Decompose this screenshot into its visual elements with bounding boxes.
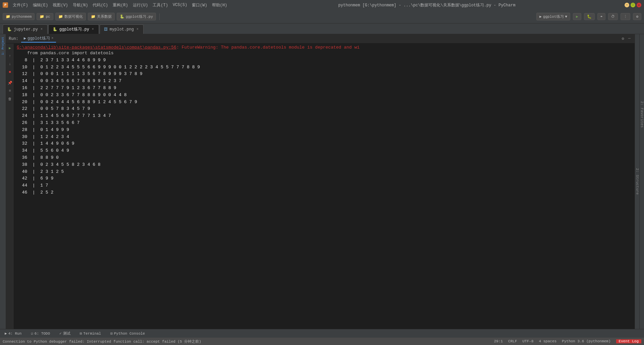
coverage-button[interactable]: ☂	[597, 13, 606, 20]
minimize-button[interactable]: ─	[625, 3, 629, 7]
toolbar: 📁 pythonmem 📁 pc 📁 数据可视化 📁 关系数据 🐍 ggplot…	[0, 10, 644, 23]
tab-ggplot[interactable]: 🐍 ggplot练习.py ×	[48, 24, 99, 34]
menu-help[interactable]: 帮助(H)	[210, 2, 229, 9]
cursor-position: 29:1	[494, 339, 503, 343]
ggplot-file-btn[interactable]: 🐍 ggplot练习.py	[117, 13, 156, 20]
tab-jupyter-label: jupyter.py	[14, 27, 38, 32]
run-label-text: Run:	[9, 37, 18, 41]
console-data-line: 40 | 2 3 1 2 5	[17, 168, 632, 176]
run-tab-icon: ▶	[5, 331, 7, 336]
py-icon-ggplot: 🐍	[53, 27, 57, 31]
relation-data-btn[interactable]: 📁 关系数据	[88, 13, 115, 20]
menu-view[interactable]: 视图(V)	[51, 2, 70, 9]
separator-1	[159, 13, 160, 20]
stop-button[interactable]: ■	[7, 69, 13, 75]
console-data-line: 34 | 5 5 6 0 4 9	[17, 147, 632, 154]
left-sidebar: 1: Project	[0, 34, 6, 329]
reldata-icon: 📁	[91, 14, 96, 19]
tab-jupyter-close[interactable]: ×	[40, 27, 43, 31]
menu-tools[interactable]: 工具(T)	[151, 2, 170, 9]
clear-button[interactable]: 🗑	[7, 96, 13, 102]
data-vis-btn[interactable]: 📁 数据可视化	[55, 13, 86, 20]
settings-button[interactable]: ⚙	[633, 13, 641, 20]
run-minimize-icon[interactable]: ─	[627, 36, 632, 42]
run-controls: ▶ ↑ ↓ ■ 📌 ≡ 🗑	[6, 44, 14, 329]
scroll-up-button[interactable]: ↑	[7, 53, 13, 59]
project-icon: 📁	[6, 14, 10, 19]
indent-info[interactable]: 4 spaces	[539, 339, 557, 343]
run-config-selector[interactable]: ▶ ggplot练习 ▼	[536, 13, 570, 20]
window-title: pythonmem [G:\pythonmem] - ...\pc\数据可视化\…	[229, 2, 625, 8]
run-config-icon: ▶	[539, 14, 542, 19]
tab-ggplot-close[interactable]: ×	[91, 27, 95, 31]
editor-tab-bar: 🐍 jupyter.py × 🐍 ggplot练习.py × 🖼 myplot.…	[0, 23, 644, 34]
menu-window[interactable]: 窗口(W)	[190, 2, 209, 9]
menu-navigate[interactable]: 导航(N)	[71, 2, 90, 9]
test-tab-text: 测试	[63, 331, 70, 336]
tab-python-console[interactable]: ⊡ Python Console	[108, 331, 147, 336]
terminal-tab-text: Terminal	[83, 332, 101, 336]
console-data-line: 38 | 0 2 3 4 5 5 8 2 3 4 6 8	[17, 161, 632, 168]
menu-vcs[interactable]: VCS(S)	[171, 2, 189, 8]
close-button[interactable]: ✕	[637, 3, 641, 7]
console-data-line: 8 | 2 3 7 1 3 3 4 4 6 8 9 9 9	[17, 57, 632, 64]
wrap-button[interactable]: ≡	[7, 88, 13, 94]
run-tab-close[interactable]: ×	[51, 37, 53, 40]
console-data-line: 10 | 0 1 2 2 3 4 5 5 5 6 6 9 9 9 0 0 1 2…	[17, 64, 632, 71]
menu-code[interactable]: 代码(C)	[91, 2, 110, 9]
console-output[interactable]: G:\anaconda\lib\site-packages\statsmodel…	[14, 44, 635, 329]
run-button[interactable]: ▶	[573, 13, 581, 20]
tab-run[interactable]: ▶ 4: Run	[3, 331, 23, 336]
menu-edit[interactable]: 编辑(E)	[31, 2, 50, 9]
console-data-line: 20 | 0 0 2 4 4 4 5 6 8 8 9 1 2 4 5 5 6 7…	[17, 99, 632, 106]
console-data-line: 14 | 0 0 3 4 5 6 6 7 8 8 9 9 1 2 3 7	[17, 78, 632, 85]
console-data-line: 12 | 0 0 0 1 1 1 1 1 3 5 6 7 8 9 9 9 3 7…	[17, 71, 632, 78]
run-icon: ▶	[24, 36, 26, 41]
project-selector[interactable]: 📁 pythonmem	[3, 13, 35, 20]
rerun-button[interactable]: ▶	[7, 45, 13, 51]
pc-btn[interactable]: 📁 pc	[37, 13, 53, 20]
window-controls: ─ □ ✕	[625, 3, 641, 7]
run-config-label: ggplot练习	[543, 14, 564, 19]
line-ending[interactable]: CRLF	[508, 339, 517, 343]
more-button[interactable]: ⋮	[621, 13, 630, 20]
menu-refactor[interactable]: 重构(R)	[111, 2, 130, 9]
run-settings-icon[interactable]: ⚙	[621, 36, 626, 42]
tab-jupyter[interactable]: 🐍 jupyter.py ×	[3, 24, 48, 34]
title-bar-left: P 文件(F) 编辑(E) 视图(V) 导航(N) 代码(C) 重构(R) 运行…	[3, 2, 229, 9]
menu-run[interactable]: 运行(U)	[131, 2, 150, 9]
favorites-panel[interactable]: 2: Favorites	[639, 34, 644, 329]
todo-tab-icon: ☑	[31, 331, 33, 336]
warning-line: G:\anaconda\lib\site-packages\statsmodel…	[17, 45, 632, 50]
tab-myplot[interactable]: 🖼 myplot.png ×	[100, 24, 144, 34]
bottom-panel: ▶ 4: Run ☑ 6: TODO ✓ 测试 ⊟ Terminal ⊡ Pyt…	[0, 329, 644, 338]
interpreter-info[interactable]: Python 3.6 (pythonmem)	[562, 339, 610, 343]
pin-button[interactable]: 📌	[7, 80, 13, 86]
sidebar-structure-icon[interactable]: 1: Project	[1, 36, 5, 56]
favorites-label-text: 2: Favorites	[640, 101, 644, 128]
console-data-line: 18 | 0 0 2 3 3 6 7 7 8 8 8 9 0 0 4 4 8	[17, 92, 632, 99]
tab-test[interactable]: ✓ 测试	[57, 330, 72, 337]
menu-file[interactable]: 文件(F)	[11, 2, 30, 9]
scroll-down-button[interactable]: ↓	[7, 61, 13, 67]
debug-button[interactable]: 🐛	[584, 13, 595, 20]
run-header-controls: ⚙ ─	[621, 36, 632, 42]
console-data-line: 30 | 1 2 4 2 3 4	[17, 134, 632, 141]
profile-button[interactable]: ⏱	[608, 13, 618, 20]
console-data-line: 26 | 3 1 3 3 5 6 6 7	[17, 120, 632, 127]
tab-myplot-close[interactable]: ×	[136, 27, 139, 31]
tab-todo[interactable]: ☑ 6: TODO	[29, 331, 52, 336]
maximize-button[interactable]: □	[631, 3, 635, 7]
tab-terminal[interactable]: ⊟ Terminal	[78, 331, 103, 336]
console-data-line: 32 | 1 4 4 9 0 6 9	[17, 140, 632, 147]
tab-myplot-label: myplot.png	[110, 27, 134, 32]
structure-label-text: 2: Structure	[635, 168, 639, 195]
structure-panel[interactable]: 2: Structure	[635, 34, 639, 329]
chevron-down-icon: ▼	[565, 15, 568, 19]
warning-link[interactable]: G:\anaconda\lib\site-packages\statsmodel…	[17, 45, 176, 50]
encoding[interactable]: UTF-8	[523, 339, 534, 343]
run-tab-ggplot[interactable]: ▶ ggplot练习 ×	[21, 35, 56, 43]
event-log-button[interactable]: Event Log	[616, 339, 641, 343]
warning-text: : FutureWarning: The pandas.core.datetoo…	[176, 45, 360, 50]
pyfile-icon: 🐍	[120, 14, 124, 19]
